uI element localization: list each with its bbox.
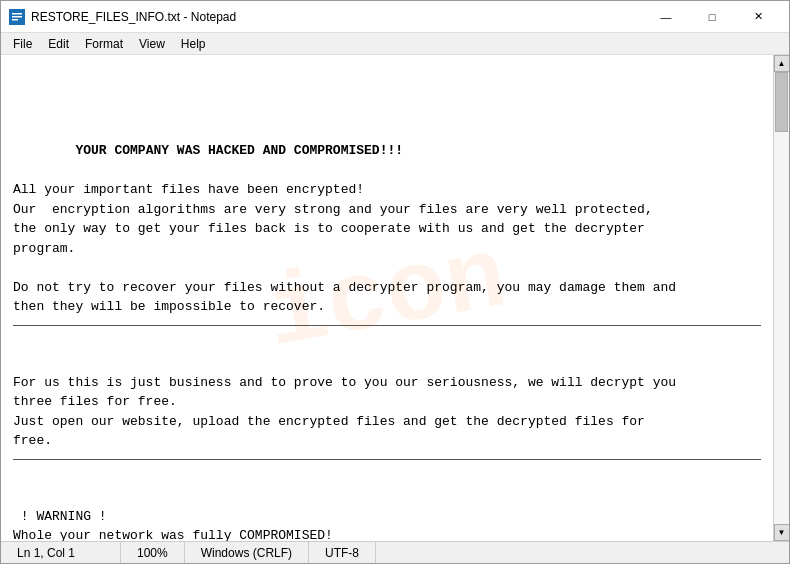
status-encoding: UTF-8 [309, 542, 376, 563]
scroll-up-button[interactable]: ▲ [774, 55, 790, 72]
menu-file[interactable]: File [5, 35, 40, 53]
menu-format[interactable]: Format [77, 35, 131, 53]
header-line: YOUR COMPANY WAS HACKED AND COMPROMISED!… [75, 143, 403, 158]
title-bar: RESTORE_FILES_INFO.txt - Notepad — □ ✕ [1, 1, 789, 33]
text-editor[interactable]: icon YOUR COMPANY WAS HACKED AND COMPROM… [1, 55, 773, 541]
vertical-scrollbar: ▲ ▼ [773, 55, 789, 541]
status-line-ending: Windows (CRLF) [185, 542, 309, 563]
maximize-button[interactable]: □ [689, 1, 735, 33]
section3-text: ! WARNING ! Whole your network was fully… [13, 509, 668, 542]
scroll-down-button[interactable]: ▼ [774, 524, 790, 541]
svg-rect-3 [12, 19, 18, 21]
scroll-track[interactable] [774, 72, 789, 524]
window-controls: — □ ✕ [643, 1, 781, 33]
divider2 [13, 459, 761, 460]
notepad-window: RESTORE_FILES_INFO.txt - Notepad — □ ✕ F… [0, 0, 790, 564]
content-area: icon YOUR COMPANY WAS HACKED AND COMPROM… [1, 55, 789, 541]
svg-rect-1 [12, 13, 22, 15]
status-bar: Ln 1, Col 1 100% Windows (CRLF) UTF-8 [1, 541, 789, 563]
menu-edit[interactable]: Edit [40, 35, 77, 53]
section1-text: All your important files have been encry… [13, 182, 676, 314]
menu-help[interactable]: Help [173, 35, 214, 53]
close-button[interactable]: ✕ [735, 1, 781, 33]
menu-view[interactable]: View [131, 35, 173, 53]
window-title: RESTORE_FILES_INFO.txt - Notepad [31, 10, 643, 24]
status-line-col: Ln 1, Col 1 [1, 542, 121, 563]
menu-bar: File Edit Format View Help [1, 33, 789, 55]
minimize-button[interactable]: — [643, 1, 689, 33]
svg-rect-2 [12, 16, 22, 18]
text-content: YOUR COMPANY WAS HACKED AND COMPROMISED!… [13, 122, 761, 542]
status-zoom: 100% [121, 542, 185, 563]
section2-text: For us this is just business and to prov… [13, 375, 676, 449]
divider1 [13, 325, 761, 326]
app-icon [9, 9, 25, 25]
scroll-thumb[interactable] [775, 72, 788, 132]
